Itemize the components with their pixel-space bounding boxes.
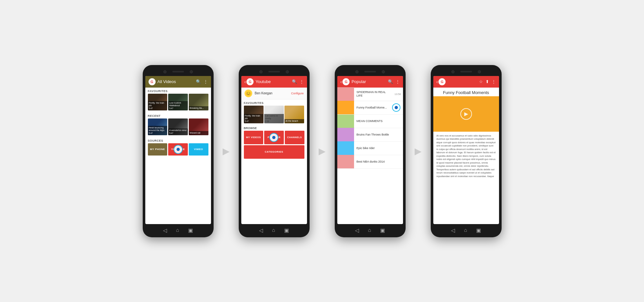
browse-grid: MY VIDEOS POPULAR CHANNELS <box>241 131 307 145</box>
thumb-firefly-label: Firefly: the train job5:47 <box>148 101 168 110</box>
phone-1-screen: G All Videos 🔍 ⋮ FAVOURITES Firefly: the… <box>145 76 211 224</box>
recent-nav-3[interactable]: ▣ <box>380 227 385 233</box>
phone-4-screen: ‹ G ☆ ⬆ ⋮ Funny Football Moments ▶ At ve… <box>433 76 499 224</box>
browse-popular[interactable]: POPULAR <box>264 131 284 144</box>
menu-icon-2[interactable]: ⋮ <box>300 79 304 84</box>
phone-3-camera <box>355 70 359 73</box>
fav-firefly[interactable]: Firefly: the train job5:47 <box>244 106 264 123</box>
source-myphone[interactable]: MY PHONE <box>148 143 168 156</box>
home-nav-3[interactable]: ⌂ <box>368 227 371 233</box>
recent-row: Heidi bouncing around the Alps5:47 A won… <box>145 118 211 137</box>
menu-icon[interactable]: ⋮ <box>204 79 208 84</box>
ripple-inner-football <box>395 106 398 109</box>
home-nav-4[interactable]: ⌂ <box>464 227 467 233</box>
vli-color-comments <box>337 114 354 128</box>
back-nav-4[interactable]: ◁ <box>451 227 455 233</box>
phone-4: ‹ G ☆ ⬆ ⋮ Funny Football Moments ▶ At ve… <box>431 65 502 237</box>
favourites-row: Firefly: the train job5:47 Lost S1E04: W… <box>145 94 211 112</box>
app-bar-icons-2: 🔍 ⋮ <box>292 79 304 84</box>
vli-bike[interactable]: Epic bike ride! <box>337 142 403 155</box>
source-vimeo[interactable]: VIMEO <box>189 143 208 156</box>
app-logo: G <box>149 78 156 85</box>
vli-comments[interactable]: MEAN COMMENTS <box>337 115 403 128</box>
phone-2-speaker <box>268 71 280 72</box>
search-icon-3[interactable]: 🔍 <box>388 79 393 84</box>
source-youtube[interactable]: YOUTUBE <box>168 143 188 156</box>
thumb-breaking[interactable]: Breaking Ba... <box>189 94 208 110</box>
play-button[interactable]: ▶ <box>460 108 472 120</box>
back-nav-3[interactable]: ◁ <box>355 227 359 233</box>
recent-nav-2[interactable]: ▣ <box>284 227 289 233</box>
home-nav-2[interactable]: ⌂ <box>272 227 275 233</box>
thumb-wizard[interactable]: Wizard cat <box>189 118 208 135</box>
browse-label: BROWSE <box>241 125 307 131</box>
fav-thumbs-2: Firefly: the train job5:47 Cat swims in … <box>241 106 307 125</box>
search-icon[interactable]: 🔍 <box>196 79 201 84</box>
thumb-heidi[interactable]: Heidi bouncing around the Alps5:47 <box>148 118 168 135</box>
recent-nav[interactable]: ▣ <box>188 227 193 233</box>
thumb-wonderful[interactable]: A wonderful mind5:47 <box>168 118 188 135</box>
thumb-breaking-label: Breaking Ba... <box>189 106 208 110</box>
back-icon-3[interactable]: ‹ <box>341 79 342 84</box>
vli-nba[interactable]: Best NBA dunks 2014 <box>337 155 403 169</box>
phone-1-camera-2 <box>190 70 193 73</box>
video-thumbnail[interactable]: ▶ <box>433 96 499 132</box>
browse-myvideos[interactable]: MY VIDEOS <box>244 131 264 144</box>
browse-categories[interactable]: CATEGORIES <box>244 145 304 159</box>
fav-cat-label: Cat swims in candy2:30 <box>264 114 284 123</box>
fav-cat[interactable]: Cat swims in candy2:30 <box>264 106 284 123</box>
back-icon-4[interactable]: ‹ <box>437 79 438 84</box>
phone-1-bottom-bar: ◁ ⌂ ▣ <box>145 224 211 235</box>
vli-color-football <box>337 101 354 114</box>
home-nav[interactable]: ⌂ <box>176 227 179 233</box>
thumb-firefly[interactable]: Firefly: the train job5:47 <box>148 94 168 110</box>
vli-color-spiderman <box>337 87 354 101</box>
search-icon-2[interactable]: 🔍 <box>292 79 297 84</box>
menu-icon-4[interactable]: ⋮ <box>492 79 496 84</box>
back-nav-2[interactable]: ◁ <box>259 227 263 233</box>
app-bar-title: All Videos <box>158 79 196 84</box>
thumb-wizard-label: Wizard cat <box>189 131 208 135</box>
back-nav[interactable]: ◁ <box>163 227 167 233</box>
share-icon[interactable]: ⬆ <box>485 79 489 84</box>
phone-4-speaker <box>460 71 472 72</box>
phone-2-bottom-bar: ◁ ⌂ ▣ <box>241 224 307 235</box>
vli-title-spiderman: SPIDERMAN IN REAL LIFE <box>354 90 395 98</box>
recent-nav-4[interactable]: ▣ <box>476 227 481 233</box>
app-logo-2: G <box>246 78 254 85</box>
phone-1-speaker <box>172 71 184 72</box>
vli-spiderman[interactable]: SPIDERMAN IN REAL LIFE 13:56 <box>337 88 403 101</box>
thumb-wonderful-label: A wonderful mind5:47 <box>168 128 188 135</box>
back-icon[interactable]: ‹ <box>245 79 246 84</box>
phone-1-top-bar <box>145 69 211 76</box>
app-bar-title-2: Youtube <box>255 79 292 84</box>
thumb-heidi-label: Heidi bouncing around the Alps5:47 <box>148 126 168 135</box>
vli-bruins[interactable]: Bruins Fan Throws Bottle <box>337 128 403 142</box>
arrow-1: ▶ <box>223 146 230 156</box>
phone-2: ‹ G Youtube 🔍 ⋮ 😊 Ben Keegan Configure F… <box>239 65 310 237</box>
favourites-label: FAVOURITES <box>145 88 211 94</box>
phone-2-app-bar: ‹ G Youtube 🔍 ⋮ <box>241 76 307 88</box>
configure-btn[interactable]: Configure <box>291 92 303 95</box>
ripple-inner <box>177 148 180 151</box>
ripple-youtube <box>174 145 183 154</box>
fav-beach[interactable]: At the beach <box>284 106 304 123</box>
thumb-lost[interactable]: Lost S1E04: Walkabout5:47 <box>168 94 188 110</box>
phone-2-camera-2 <box>286 70 289 73</box>
menu-icon-3[interactable]: ⋮ <box>396 79 400 84</box>
phone-3-screen: ‹ G Popular 🔍 ⋮ SPIDERMAN IN REAL LIFE 1… <box>337 76 403 224</box>
video-description: At vero eos et accusamus et iusto odio d… <box>433 132 499 181</box>
phone-4-bottom-bar: ◁ ⌂ ▣ <box>433 224 499 235</box>
phone-2-top-bar <box>241 69 307 76</box>
user-avatar: 😊 <box>245 90 252 97</box>
ripple-popular <box>269 133 278 142</box>
browse-channels[interactable]: CHANNELS <box>285 131 304 144</box>
phone-3-speaker <box>364 71 376 72</box>
phone-2-screen: ‹ G Youtube 🔍 ⋮ 😊 Ben Keegan Configure F… <box>241 76 307 224</box>
sources-row: MY PHONE YOUTUBE VIMEO <box>145 143 211 157</box>
user-bar: 😊 Ben Keegan Configure <box>241 88 307 99</box>
star-icon[interactable]: ☆ <box>479 79 483 84</box>
phone-1-app-bar: G All Videos 🔍 ⋮ <box>145 76 211 88</box>
vli-football[interactable]: Funny Football Mome... <box>337 101 403 115</box>
phone-4-top-bar <box>433 69 499 76</box>
